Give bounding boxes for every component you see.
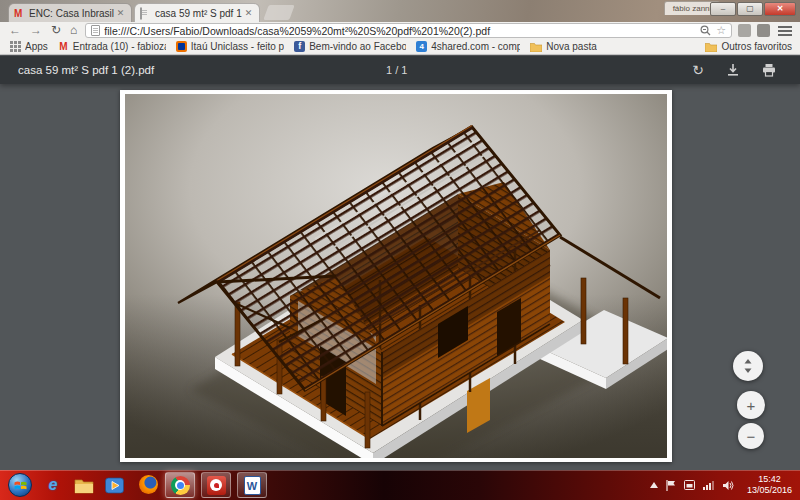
file-explorer-icon[interactable] bbox=[74, 475, 94, 495]
back-icon[interactable]: ← bbox=[9, 23, 21, 38]
start-button[interactable] bbox=[8, 473, 32, 497]
taskbar-clock[interactable]: 15:42 13/05/2016 bbox=[747, 474, 792, 496]
program-tray-icon[interactable] bbox=[684, 480, 695, 490]
desktop-screen: M ENC: Casa Inbrasil - fabioz ✕ casa 59 … bbox=[0, 0, 800, 500]
browser-toolbar: ← → ↻ ⌂ file:///C:/Users/Fabio/Downloads… bbox=[0, 22, 800, 39]
gmail-icon: M bbox=[14, 8, 25, 19]
extension-icon[interactable] bbox=[738, 24, 751, 37]
media-player-icon[interactable] bbox=[105, 475, 125, 495]
internet-explorer-icon[interactable]: e bbox=[43, 475, 63, 495]
taskbar: e W bbox=[0, 470, 800, 500]
pdf-page bbox=[120, 90, 672, 462]
pdf-app-taskbar-button[interactable] bbox=[201, 472, 231, 498]
folder-icon bbox=[530, 42, 542, 52]
word-taskbar-button[interactable]: W bbox=[237, 472, 267, 498]
apps-shortcut[interactable]: Apps bbox=[10, 41, 48, 52]
network-icon[interactable] bbox=[703, 480, 715, 490]
pdf-toolbar: casa 59 mt² S pdf 1 (2).pdf 1 / 1 ↻ bbox=[0, 56, 800, 84]
gmail-icon: M bbox=[58, 41, 69, 52]
tab-title: ENC: Casa Inbrasil - fabioz bbox=[29, 8, 115, 19]
window-titlebar: M ENC: Casa Inbrasil - fabioz ✕ casa 59 … bbox=[0, 0, 800, 22]
show-hidden-icons[interactable] bbox=[650, 482, 658, 488]
home-icon[interactable]: ⌂ bbox=[70, 23, 77, 38]
clock-time: 15:42 bbox=[758, 474, 781, 484]
word-icon: W bbox=[244, 476, 261, 495]
tab-pdf[interactable]: casa 59 mt² S pdf 1 (2).pd ✕ bbox=[134, 3, 260, 22]
pdf-filename: casa 59 mt² S pdf 1 (2).pdf bbox=[18, 64, 318, 76]
itau-icon bbox=[176, 41, 187, 52]
facebook-icon: f bbox=[294, 41, 305, 52]
bookmark-facebook[interactable]: f Bem-vindo ao Facebo bbox=[294, 41, 406, 52]
tab-close-icon[interactable]: ✕ bbox=[115, 8, 126, 19]
bookmark-folder-nova-pasta[interactable]: Nova pasta bbox=[530, 41, 597, 52]
menu-icon[interactable] bbox=[778, 24, 792, 38]
zoom-search-icon[interactable] bbox=[700, 25, 711, 36]
minimize-button[interactable]: – bbox=[710, 2, 736, 16]
pdf-app-icon bbox=[207, 476, 226, 495]
window-controls: – ▢ ✕ bbox=[709, 2, 796, 16]
bookmarks-bar: Apps M Entrada (10) - fabioza Itaú Unicl… bbox=[0, 39, 800, 55]
extension-icon[interactable] bbox=[757, 24, 770, 37]
new-tab-button[interactable] bbox=[263, 5, 294, 20]
tab-title: casa 59 mt² S pdf 1 (2).pd bbox=[155, 8, 243, 19]
document-icon bbox=[140, 8, 151, 19]
bookmark-4shared[interactable]: 4 4shared.com - compa bbox=[416, 41, 520, 52]
bookmark-gmail[interactable]: M Entrada (10) - fabioza bbox=[58, 41, 166, 52]
close-button[interactable]: ✕ bbox=[764, 2, 796, 16]
4shared-icon: 4 bbox=[416, 41, 427, 52]
action-center-flag-icon[interactable] bbox=[666, 480, 676, 491]
bookmark-star-icon[interactable]: ☆ bbox=[716, 24, 726, 37]
zoom-in-button[interactable]: + bbox=[737, 391, 765, 419]
fit-page-button[interactable] bbox=[733, 351, 763, 381]
system-tray: 15:42 13/05/2016 bbox=[650, 474, 800, 496]
forward-icon[interactable]: → bbox=[30, 23, 42, 38]
zoom-out-button[interactable]: − bbox=[738, 423, 764, 449]
fit-page-icon bbox=[742, 359, 754, 373]
reload-icon[interactable]: ↻ bbox=[51, 23, 61, 38]
volume-icon[interactable] bbox=[723, 480, 735, 491]
page-indicator: 1 / 1 bbox=[386, 64, 407, 76]
rotate-icon[interactable]: ↻ bbox=[692, 62, 704, 78]
apps-grid-icon bbox=[10, 41, 21, 52]
print-icon[interactable] bbox=[762, 63, 776, 77]
url-text[interactable]: file:///C:/Users/Fabio/Downloads/casa%20… bbox=[104, 25, 700, 37]
pdf-viewer-area[interactable]: + − bbox=[0, 84, 800, 470]
address-bar[interactable]: file:///C:/Users/Fabio/Downloads/casa%20… bbox=[85, 23, 732, 38]
other-bookmarks-folder[interactable]: Outros favoritos bbox=[705, 41, 792, 52]
clock-date: 13/05/2016 bbox=[747, 485, 792, 495]
page-icon bbox=[91, 25, 100, 36]
download-icon[interactable] bbox=[726, 63, 740, 77]
tab-close-icon[interactable]: ✕ bbox=[243, 8, 254, 19]
tab-gmail[interactable]: M ENC: Casa Inbrasil - fabioz ✕ bbox=[8, 3, 132, 22]
folder-icon bbox=[705, 42, 717, 52]
firefox-icon[interactable] bbox=[139, 475, 159, 495]
house-3d-render bbox=[120, 90, 672, 462]
bookmark-itau[interactable]: Itaú Uniclass - feito p bbox=[176, 41, 284, 52]
chrome-icon bbox=[171, 476, 190, 495]
restore-button[interactable]: ▢ bbox=[737, 2, 763, 16]
windows-flag-icon bbox=[14, 479, 27, 492]
chrome-taskbar-button[interactable] bbox=[165, 472, 195, 498]
